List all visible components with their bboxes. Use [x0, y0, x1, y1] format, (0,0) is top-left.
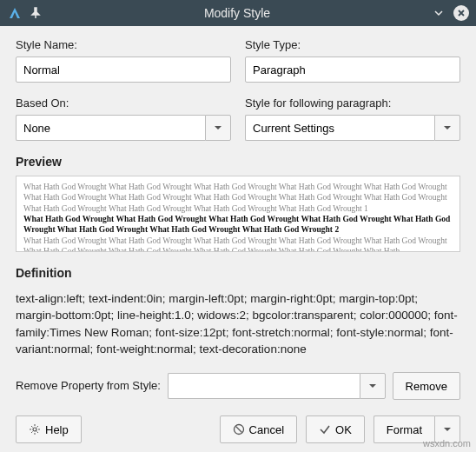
- titlebar: Modify Style: [0, 0, 476, 26]
- definition-text: text-align:left; text-indent:0in; margin…: [16, 290, 460, 358]
- style-name-label: Style Name:: [16, 38, 231, 51]
- following-paragraph-select[interactable]: [245, 115, 434, 141]
- remove-button[interactable]: Remove: [393, 372, 460, 400]
- style-type-input[interactable]: [245, 56, 460, 83]
- cancel-button[interactable]: Cancel: [220, 415, 297, 443]
- ok-button[interactable]: OK: [306, 415, 365, 443]
- check-icon: [319, 423, 331, 435]
- preview-bold-text: What Hath God Wrought What Hath God Wrou…: [23, 215, 450, 234]
- preview-header: Preview: [16, 155, 460, 169]
- style-name-input[interactable]: [16, 56, 231, 83]
- help-button[interactable]: Help: [16, 415, 82, 443]
- ok-button-label: OK: [335, 423, 352, 436]
- svg-point-0: [33, 428, 36, 431]
- cancel-button-label: Cancel: [249, 423, 284, 436]
- preview-gray-text2: What Hath God Wrought What Hath God Wrou…: [23, 236, 447, 252]
- help-button-label: Help: [45, 423, 69, 436]
- watermark: wsxdn.com: [423, 438, 471, 449]
- preview-box: What Hath God Wrought What Hath God Wrou…: [16, 176, 460, 252]
- definition-header: Definition: [16, 266, 460, 280]
- following-paragraph-dropdown-button[interactable]: [434, 115, 460, 141]
- pin-icon[interactable]: [30, 7, 42, 19]
- remove-property-dropdown-button[interactable]: [360, 373, 386, 399]
- help-icon: [29, 423, 41, 435]
- based-on-select[interactable]: [16, 115, 205, 141]
- remove-property-label: Remove Property from Style:: [16, 379, 161, 392]
- app-icon: [7, 5, 23, 21]
- based-on-label: Based On:: [16, 96, 231, 110]
- remove-property-select[interactable]: [168, 373, 360, 399]
- preview-gray-text: What Hath God Wrought What Hath God Wrou…: [23, 183, 447, 213]
- window-title: Modify Style: [49, 6, 426, 20]
- close-icon[interactable]: [453, 5, 469, 21]
- following-paragraph-label: Style for following paragraph:: [245, 96, 460, 110]
- style-type-label: Style Type:: [245, 38, 460, 51]
- cancel-icon: [233, 423, 245, 435]
- minimize-icon[interactable]: [433, 7, 445, 19]
- based-on-dropdown-button[interactable]: [205, 115, 231, 141]
